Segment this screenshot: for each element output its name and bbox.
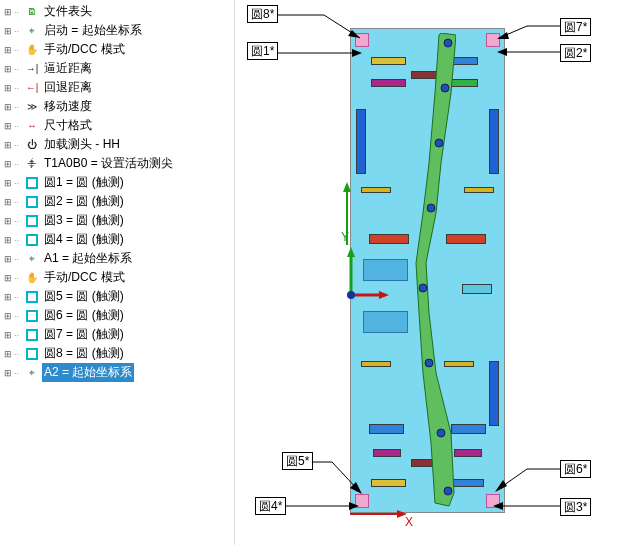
tree-item[interactable]: ⊞··⌖启动 = 起始坐标系 [2, 21, 234, 40]
tree-item[interactable]: ⊞··←|回退距离 [2, 78, 234, 97]
rail-left [356, 109, 366, 174]
expander-icon[interactable]: ⊞ [2, 253, 14, 265]
tree-connector: ·· [14, 121, 24, 131]
expander-icon[interactable]: ⊞ [2, 82, 14, 94]
tree-item-label: 逼近距离 [42, 59, 94, 78]
tree-item[interactable]: ⊞··⌖A1 = 起始坐标系 [2, 249, 234, 268]
svg-marker-11 [379, 291, 389, 299]
fixture [464, 187, 494, 193]
tree-item-label: 圆4 = 圆 (触测) [42, 230, 126, 249]
tree-connector: ·· [14, 45, 24, 55]
callout-c4[interactable]: 圆4* [255, 497, 286, 515]
corner-br [486, 494, 500, 508]
expander-icon[interactable]: ⊞ [2, 120, 14, 132]
expander-icon[interactable]: ⊞ [2, 291, 14, 303]
fixture [462, 284, 492, 294]
tree-connector: ·· [14, 216, 24, 226]
expander-icon[interactable]: ⊞ [2, 348, 14, 360]
tree-item-label: 启动 = 起始坐标系 [42, 21, 144, 40]
circle-icon [24, 327, 40, 343]
tree-connector: ·· [14, 235, 24, 245]
tree-item[interactable]: ⊞··圆3 = 圆 (触测) [2, 211, 234, 230]
tree-item-label: 圆8 = 圆 (触测) [42, 344, 126, 363]
expander-icon[interactable]: ⊞ [2, 6, 14, 18]
tree-item-label: 圆7 = 圆 (触测) [42, 325, 126, 344]
tree-item[interactable]: ⊞··✋手动/DCC 模式 [2, 268, 234, 287]
expander-icon[interactable]: ⊞ [2, 234, 14, 246]
expander-icon[interactable]: ⊞ [2, 367, 14, 379]
rail-right [489, 109, 499, 174]
tree-item[interactable]: ⊞··圆8 = 圆 (触测) [2, 344, 234, 363]
tip-icon: ⸎ [24, 156, 40, 172]
axis-triad-icon [339, 247, 389, 307]
corner-tl [355, 33, 369, 47]
coord-icon: ⌖ [24, 251, 40, 267]
expander-icon[interactable]: ⊞ [2, 310, 14, 322]
expander-icon[interactable]: ⊞ [2, 177, 14, 189]
expander-icon[interactable]: ⊞ [2, 44, 14, 56]
coord-icon: ⌖ [24, 365, 40, 381]
tree-item[interactable]: ⊞··圆7 = 圆 (触测) [2, 325, 234, 344]
tree-item-label: A1 = 起始坐标系 [42, 249, 134, 268]
tree-item-label: 加载测头 - HH [42, 135, 122, 154]
tree-item-label: 移动速度 [42, 97, 94, 116]
header-icon: 🗎 [24, 4, 40, 20]
circle-icon [24, 289, 40, 305]
fixture [454, 449, 482, 457]
tree-item-label: 手动/DCC 模式 [42, 268, 127, 287]
callout-c8[interactable]: 圆8* [247, 5, 278, 23]
tree-connector: ·· [14, 178, 24, 188]
expander-icon[interactable]: ⊞ [2, 329, 14, 341]
expander-icon[interactable]: ⊞ [2, 63, 14, 75]
tree-connector: ·· [14, 292, 24, 302]
callout-c6[interactable]: 圆6* [560, 460, 591, 478]
tree-connector: ·· [14, 197, 24, 207]
callout-c3[interactable]: 圆3* [560, 498, 591, 516]
callout-c1[interactable]: 圆1* [247, 42, 278, 60]
coord-icon: ⌖ [24, 23, 40, 39]
tree-connector: ·· [14, 7, 24, 17]
callout-c5[interactable]: 圆5* [282, 452, 313, 470]
tree-item[interactable]: ⊞··圆1 = 圆 (触测) [2, 173, 234, 192]
tree-connector: ·· [14, 26, 24, 36]
tree-item[interactable]: ⊞··✋手动/DCC 模式 [2, 40, 234, 59]
mode-icon: ✋ [24, 42, 40, 58]
svg-point-0 [444, 39, 452, 47]
tree-item-label: 圆6 = 圆 (触测) [42, 306, 126, 325]
callout-c2[interactable]: 圆2* [560, 44, 591, 62]
cad-viewport[interactable]: X Y 圆8*圆1*圆7*圆2*圆5*圆4*圆6*圆3* [235, 0, 635, 545]
tree-item[interactable]: ⊞··⌖A2 = 起始坐标系 [2, 363, 234, 382]
tree-item-label: 圆3 = 圆 (触测) [42, 211, 126, 230]
expander-icon[interactable]: ⊞ [2, 272, 14, 284]
tree-connector: ·· [14, 330, 24, 340]
tree-item[interactable]: ⊞··↔尺寸格式 [2, 116, 234, 135]
tree-item[interactable]: ⊞··→|逼近距离 [2, 59, 234, 78]
expander-icon[interactable]: ⊞ [2, 139, 14, 151]
tree-connector: ·· [14, 273, 24, 283]
tree-item[interactable]: ⊞··圆5 = 圆 (触测) [2, 287, 234, 306]
tree-item[interactable]: ⊞··⸎T1A0B0 = 设置活动测尖 [2, 154, 234, 173]
tree-item[interactable]: ⊞··圆2 = 圆 (触测) [2, 192, 234, 211]
fixture [373, 449, 401, 457]
tree-item[interactable]: ⊞··≫移动速度 [2, 97, 234, 116]
rail-right-2 [489, 361, 499, 426]
program-tree[interactable]: ⊞··🗎文件表头⊞··⌖启动 = 起始坐标系⊞··✋手动/DCC 模式⊞··→|… [0, 0, 235, 545]
callout-c7[interactable]: 圆7* [560, 18, 591, 36]
circle-icon [24, 175, 40, 191]
svg-point-3 [427, 204, 435, 212]
tree-item-label: 尺寸格式 [42, 116, 94, 135]
tree-item-label: A2 = 起始坐标系 [42, 363, 134, 382]
tree-item-label: 回退距离 [42, 78, 94, 97]
tree-item[interactable]: ⊞··⏻加载测头 - HH [2, 135, 234, 154]
expander-icon[interactable]: ⊞ [2, 215, 14, 227]
expander-icon[interactable]: ⊞ [2, 196, 14, 208]
tree-item[interactable]: ⊞··圆4 = 圆 (触测) [2, 230, 234, 249]
tree-connector: ·· [14, 254, 24, 264]
tree-item[interactable]: ⊞··🗎文件表头 [2, 2, 234, 21]
circle-icon [24, 194, 40, 210]
expander-icon[interactable]: ⊞ [2, 101, 14, 113]
tree-item[interactable]: ⊞··圆6 = 圆 (触测) [2, 306, 234, 325]
svg-point-2 [435, 139, 443, 147]
expander-icon[interactable]: ⊞ [2, 158, 14, 170]
expander-icon[interactable]: ⊞ [2, 25, 14, 37]
